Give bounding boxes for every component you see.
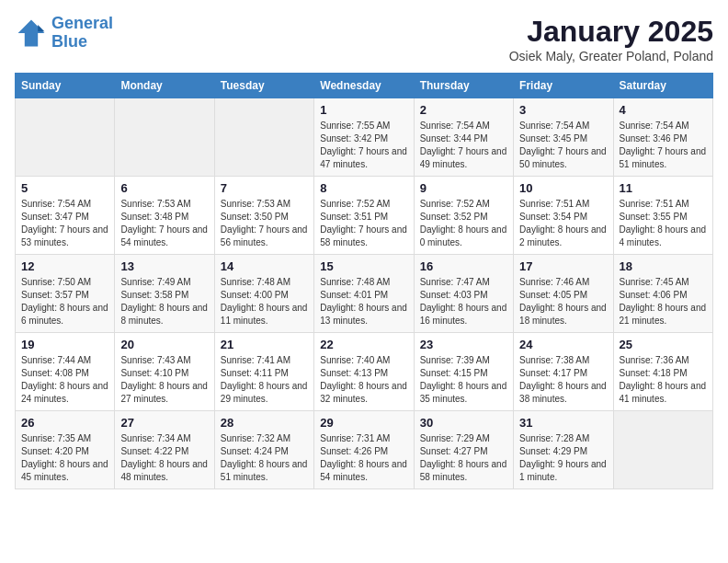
week-row-2: 5Sunrise: 7:54 AM Sunset: 3:47 PM Daylig…: [16, 177, 713, 255]
day-header-sunday: Sunday: [16, 74, 115, 98]
day-number: 13: [120, 259, 208, 273]
day-info: Sunrise: 7:55 AM Sunset: 3:42 PM Dayligh…: [320, 120, 407, 171]
day-number: 22: [320, 338, 407, 351]
day-number: 12: [21, 259, 108, 273]
logo-icon: [15, 17, 48, 50]
day-info: Sunrise: 7:31 AM Sunset: 4:26 PM Dayligh…: [320, 432, 407, 484]
day-info: Sunrise: 7:54 AM Sunset: 3:47 PM Dayligh…: [21, 198, 108, 249]
day-header-saturday: Saturday: [613, 74, 712, 98]
calendar-cell: 29Sunrise: 7:31 AM Sunset: 4:26 PM Dayli…: [314, 411, 414, 489]
day-number: 11: [620, 181, 707, 195]
day-number: 23: [420, 338, 507, 351]
title-area: January 2025 Osiek Maly, Greater Poland,…: [509, 15, 713, 63]
calendar-cell: 15Sunrise: 7:48 AM Sunset: 4:01 PM Dayli…: [314, 255, 414, 333]
day-info: Sunrise: 7:38 AM Sunset: 4:17 PM Dayligh…: [519, 354, 607, 406]
calendar-cell: 22Sunrise: 7:40 AM Sunset: 4:13 PM Dayli…: [314, 333, 414, 411]
day-info: Sunrise: 7:28 AM Sunset: 4:29 PM Dayligh…: [519, 432, 607, 484]
days-header-row: SundayMondayTuesdayWednesdayThursdayFrid…: [16, 74, 713, 98]
calendar-table: SundayMondayTuesdayWednesdayThursdayFrid…: [15, 73, 713, 489]
day-info: Sunrise: 7:51 AM Sunset: 3:55 PM Dayligh…: [620, 198, 707, 249]
calendar-cell: 23Sunrise: 7:39 AM Sunset: 4:15 PM Dayli…: [414, 333, 513, 411]
week-row-5: 26Sunrise: 7:35 AM Sunset: 4:20 PM Dayli…: [16, 411, 713, 489]
day-number: 15: [320, 259, 407, 273]
calendar-cell: [16, 98, 115, 177]
week-row-4: 19Sunrise: 7:44 AM Sunset: 4:08 PM Dayli…: [16, 333, 713, 411]
day-number: 14: [221, 259, 308, 273]
day-header-monday: Monday: [115, 74, 214, 98]
day-number: 9: [420, 181, 507, 195]
calendar-cell: 18Sunrise: 7:45 AM Sunset: 4:06 PM Dayli…: [613, 255, 712, 333]
day-info: Sunrise: 7:54 AM Sunset: 3:46 PM Dayligh…: [620, 120, 707, 171]
day-number: 29: [320, 416, 407, 430]
day-info: Sunrise: 7:52 AM Sunset: 3:52 PM Dayligh…: [420, 198, 507, 249]
calendar-cell: 12Sunrise: 7:50 AM Sunset: 3:57 PM Dayli…: [16, 255, 115, 333]
day-number: 18: [620, 259, 707, 273]
day-number: 27: [120, 416, 208, 430]
day-info: Sunrise: 7:48 AM Sunset: 4:00 PM Dayligh…: [221, 276, 308, 327]
calendar-cell: 1Sunrise: 7:55 AM Sunset: 3:42 PM Daylig…: [314, 98, 414, 177]
calendar-cell: 2Sunrise: 7:54 AM Sunset: 3:44 PM Daylig…: [414, 98, 513, 177]
subtitle: Osiek Maly, Greater Poland, Poland: [509, 49, 713, 63]
day-number: 1: [320, 103, 407, 117]
day-number: 30: [420, 416, 507, 430]
day-number: 6: [120, 181, 208, 195]
header: General Blue January 2025 Osiek Maly, Gr…: [15, 15, 713, 63]
week-row-1: 1Sunrise: 7:55 AM Sunset: 3:42 PM Daylig…: [16, 98, 713, 177]
calendar-cell: 17Sunrise: 7:46 AM Sunset: 4:05 PM Dayli…: [514, 255, 613, 333]
day-info: Sunrise: 7:44 AM Sunset: 4:08 PM Dayligh…: [21, 354, 108, 406]
svg-marker-0: [18, 19, 45, 46]
day-info: Sunrise: 7:41 AM Sunset: 4:11 PM Dayligh…: [221, 354, 308, 406]
day-info: Sunrise: 7:47 AM Sunset: 4:03 PM Dayligh…: [420, 276, 507, 327]
day-info: Sunrise: 7:45 AM Sunset: 4:06 PM Dayligh…: [620, 276, 707, 327]
day-number: 17: [519, 259, 607, 273]
day-number: 25: [620, 338, 707, 351]
day-number: 28: [221, 416, 308, 430]
logo: General Blue: [15, 15, 113, 52]
day-info: Sunrise: 7:34 AM Sunset: 4:22 PM Dayligh…: [120, 432, 208, 484]
day-info: Sunrise: 7:35 AM Sunset: 4:20 PM Dayligh…: [21, 432, 108, 484]
day-info: Sunrise: 7:46 AM Sunset: 4:05 PM Dayligh…: [519, 276, 607, 327]
calendar-cell: 6Sunrise: 7:53 AM Sunset: 3:48 PM Daylig…: [115, 177, 214, 255]
day-info: Sunrise: 7:51 AM Sunset: 3:54 PM Dayligh…: [519, 198, 607, 249]
calendar-cell: 8Sunrise: 7:52 AM Sunset: 3:51 PM Daylig…: [314, 177, 414, 255]
day-number: 20: [120, 338, 208, 351]
day-info: Sunrise: 7:50 AM Sunset: 3:57 PM Dayligh…: [21, 276, 108, 327]
calendar-cell: 21Sunrise: 7:41 AM Sunset: 4:11 PM Dayli…: [214, 333, 313, 411]
day-info: Sunrise: 7:54 AM Sunset: 3:45 PM Dayligh…: [519, 120, 607, 171]
calendar-cell: 13Sunrise: 7:49 AM Sunset: 3:58 PM Dayli…: [115, 255, 214, 333]
day-info: Sunrise: 7:39 AM Sunset: 4:15 PM Dayligh…: [420, 354, 507, 406]
calendar-cell: 7Sunrise: 7:53 AM Sunset: 3:50 PM Daylig…: [214, 177, 313, 255]
calendar-cell: 16Sunrise: 7:47 AM Sunset: 4:03 PM Dayli…: [414, 255, 513, 333]
calendar-cell: 31Sunrise: 7:28 AM Sunset: 4:29 PM Dayli…: [514, 411, 613, 489]
calendar-cell: [613, 411, 712, 489]
calendar-cell: [214, 98, 313, 177]
day-number: 21: [221, 338, 308, 351]
calendar-cell: 28Sunrise: 7:32 AM Sunset: 4:24 PM Dayli…: [214, 411, 313, 489]
day-number: 5: [21, 181, 108, 195]
day-number: 19: [21, 338, 108, 351]
calendar-cell: 20Sunrise: 7:43 AM Sunset: 4:10 PM Dayli…: [115, 333, 214, 411]
day-number: 2: [420, 103, 507, 117]
calendar-cell: 24Sunrise: 7:38 AM Sunset: 4:17 PM Dayli…: [514, 333, 613, 411]
day-number: 10: [519, 181, 607, 195]
day-number: 8: [320, 181, 407, 195]
calendar-cell: 11Sunrise: 7:51 AM Sunset: 3:55 PM Dayli…: [613, 177, 712, 255]
day-info: Sunrise: 7:53 AM Sunset: 3:50 PM Dayligh…: [221, 198, 308, 249]
calendar-cell: 27Sunrise: 7:34 AM Sunset: 4:22 PM Dayli…: [115, 411, 214, 489]
day-number: 26: [21, 416, 108, 430]
week-row-3: 12Sunrise: 7:50 AM Sunset: 3:57 PM Dayli…: [16, 255, 713, 333]
logo-text: General Blue: [51, 15, 113, 52]
day-info: Sunrise: 7:54 AM Sunset: 3:44 PM Dayligh…: [420, 120, 507, 171]
day-number: 4: [620, 103, 707, 117]
day-info: Sunrise: 7:29 AM Sunset: 4:27 PM Dayligh…: [420, 432, 507, 484]
calendar-cell: 5Sunrise: 7:54 AM Sunset: 3:47 PM Daylig…: [16, 177, 115, 255]
day-info: Sunrise: 7:53 AM Sunset: 3:48 PM Dayligh…: [120, 198, 208, 249]
day-info: Sunrise: 7:43 AM Sunset: 4:10 PM Dayligh…: [120, 354, 208, 406]
calendar-cell: 3Sunrise: 7:54 AM Sunset: 3:45 PM Daylig…: [514, 98, 613, 177]
calendar-cell: 26Sunrise: 7:35 AM Sunset: 4:20 PM Dayli…: [16, 411, 115, 489]
day-number: 31: [519, 416, 607, 430]
day-info: Sunrise: 7:32 AM Sunset: 4:24 PM Dayligh…: [221, 432, 308, 484]
day-number: 3: [519, 103, 607, 117]
calendar-cell: 14Sunrise: 7:48 AM Sunset: 4:00 PM Dayli…: [214, 255, 313, 333]
day-number: 16: [420, 259, 507, 273]
